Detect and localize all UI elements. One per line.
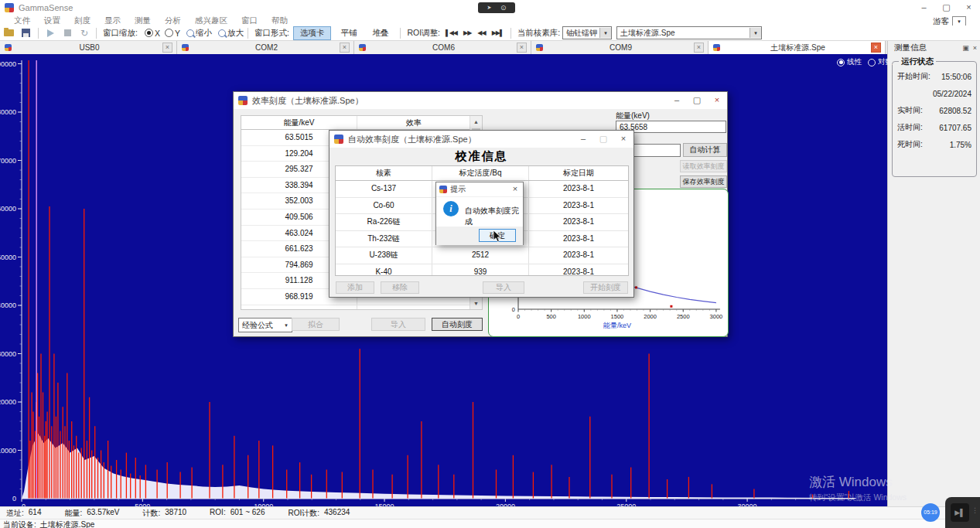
- info-value: 15:50:06: [941, 73, 971, 81]
- tab-close-icon[interactable]: ×: [694, 43, 704, 53]
- import-button[interactable]: 导入: [371, 318, 425, 331]
- y-axis-label: 90000: [0, 60, 16, 68]
- pin-icon[interactable]: ▣: [962, 44, 969, 52]
- tab-close-icon[interactable]: ×: [871, 43, 881, 53]
- efficiency-data-point: [635, 286, 637, 288]
- tab-close-icon[interactable]: ×: [517, 43, 527, 53]
- close-button[interactable]: ×: [958, 0, 980, 15]
- menu-item-刻度[interactable]: 刻度: [74, 15, 90, 26]
- chart-x-tick-label: 0: [517, 313, 520, 320]
- table-row[interactable]: U-238链25122023-8-1: [336, 247, 628, 264]
- close-icon[interactable]: ×: [973, 44, 977, 52]
- tab-USB0[interactable]: USB0×: [0, 41, 177, 54]
- message-box: 提示 × i 自动效率刻度完成 确定: [435, 182, 524, 245]
- chevron-down-icon[interactable]: ▾: [750, 28, 761, 38]
- start-calibration-button[interactable]: 开始刻度: [583, 281, 628, 294]
- tab-close-icon[interactable]: ×: [340, 43, 350, 53]
- table-row[interactable]: K-409392023-8-1: [336, 264, 628, 276]
- close-button[interactable]: ×: [613, 131, 633, 148]
- stop-acquisition-icon[interactable]: [64, 29, 71, 36]
- dialog-title-bar[interactable]: 自动效率刻度（土壤标准源.Spe） – ▢ ×: [330, 131, 633, 148]
- info-row: 活时间:61707.65: [893, 119, 976, 136]
- start-acquisition-icon[interactable]: [47, 29, 54, 37]
- tab-COM9[interactable]: COM9×: [531, 41, 709, 54]
- zoom-in-icon[interactable]: [218, 29, 226, 37]
- dialog-title-bar[interactable]: 提示 ×: [436, 182, 523, 197]
- y-axis-label: 80000: [0, 108, 16, 116]
- menu-item-帮助[interactable]: 帮助: [271, 15, 288, 26]
- maximize-button[interactable]: ▢: [687, 92, 707, 109]
- minimize-button[interactable]: –: [667, 92, 687, 109]
- zoom-y-radio[interactable]: [165, 29, 173, 37]
- menu-item-显示[interactable]: 显示: [104, 15, 121, 26]
- skip-icon[interactable]: ▶▌: [951, 503, 969, 522]
- minimize-button[interactable]: –: [913, 0, 935, 15]
- more-icon[interactable]: ⋮: [971, 506, 978, 514]
- recorder-cursor-icon: ➤: [487, 2, 492, 13]
- zoom-x-radio[interactable]: [145, 29, 153, 37]
- maximize-button[interactable]: ▢: [935, 0, 958, 15]
- formula-select[interactable]: 经验公式 ▾: [238, 318, 292, 332]
- tab-COM6[interactable]: COM6×: [354, 41, 531, 54]
- remove-button[interactable]: 移除: [381, 281, 419, 294]
- refresh-icon[interactable]: ↻: [80, 28, 88, 39]
- menu-item-分析[interactable]: 分析: [165, 15, 181, 26]
- cell-efficiency: 0.0153726: [357, 305, 470, 310]
- tab-COM2[interactable]: COM2×: [177, 41, 354, 54]
- add-button[interactable]: 添加: [336, 281, 374, 294]
- chevron-down-icon[interactable]: ▾: [599, 28, 611, 38]
- tab-bar: USB0×COM2×COM6×COM9×土壤标准源.Spe×: [0, 41, 887, 54]
- menu-item-设置[interactable]: 设置: [44, 15, 60, 26]
- open-file-icon[interactable]: [4, 29, 14, 36]
- import-button[interactable]: 导入: [483, 281, 524, 294]
- status-bar: 道址:614能量:63.57keV计数:38710ROI:601 ~ 626RO…: [0, 506, 980, 519]
- close-button[interactable]: ×: [507, 182, 523, 196]
- measurement-info-panel: 测量信息 ▣ × 运行状态 开始时间:15:50:0605/22/2024实时间…: [887, 41, 980, 506]
- menu-item-文件[interactable]: 文件: [14, 15, 30, 26]
- roi-back-icon[interactable]: ◀◀: [477, 29, 485, 36]
- save-efficiency-button[interactable]: 保存效率刻度: [680, 175, 727, 188]
- device-label: 当前设备:: [3, 519, 36, 528]
- log-radio[interactable]: [868, 59, 876, 66]
- tab-土壤标准源.Spe[interactable]: 土壤标准源.Spe×: [709, 41, 886, 54]
- title-bar: GammaSense ➤ ⊙ – ▢ ×: [0, 0, 980, 15]
- auto-calc-button[interactable]: 自动计算: [683, 143, 727, 157]
- menu-item-窗口[interactable]: 窗口: [241, 15, 258, 26]
- save-icon[interactable]: [22, 29, 30, 37]
- mode-tab-button[interactable]: 选项卡: [293, 26, 332, 40]
- fit-button[interactable]: 拟合: [292, 318, 340, 331]
- status-item: 能量:63.57keV: [64, 508, 119, 519]
- close-button[interactable]: ×: [707, 92, 727, 109]
- zoom-out-icon[interactable]: [186, 29, 194, 37]
- scroll-down-icon[interactable]: ▼: [470, 298, 482, 309]
- chevron-down-icon[interactable]: ▾: [281, 320, 292, 330]
- chart-x-tick-label: 500: [546, 313, 556, 320]
- table-row[interactable]: 1000.970.0153726: [241, 305, 482, 310]
- zoom-in-label[interactable]: 放大: [227, 28, 244, 39]
- cell: Th-232链: [336, 231, 432, 247]
- menu-item-感兴趣区[interactable]: 感兴趣区: [195, 15, 227, 26]
- status-label: ROI:: [210, 508, 226, 519]
- scroll-up-icon[interactable]: ▲: [470, 116, 482, 128]
- auto-calibrate-button[interactable]: 自动刻度: [432, 318, 483, 331]
- mode-tile-button[interactable]: 平铺: [334, 27, 363, 39]
- minimize-button[interactable]: –: [573, 131, 593, 148]
- nuclide-lib-select[interactable]: 铀钍镭钾 ▾: [562, 26, 612, 39]
- mode-cascade-button[interactable]: 堆叠: [366, 27, 394, 39]
- video-overlay[interactable]: ▶▌ ⋮: [945, 497, 980, 528]
- linear-radio[interactable]: [837, 59, 845, 66]
- roi-forward-icon[interactable]: ▶▶: [463, 29, 471, 36]
- screen-recorder-pill[interactable]: ➤ ⊙: [478, 2, 515, 13]
- menu-items: 文件设置刻度显示测量分析感兴趣区窗口帮助: [0, 15, 288, 26]
- roi-first-icon[interactable]: ▌◀◀: [446, 29, 457, 36]
- app-window: GammaSense ➤ ⊙ – ▢ × 文件设置刻度显示测量分析感兴趣区窗口帮…: [0, 0, 980, 528]
- dialog-title-bar[interactable]: 效率刻度（土壤标准源.Spe） – ▢ ×: [234, 92, 727, 109]
- read-efficiency-button[interactable]: 读取效率刻度: [680, 160, 727, 172]
- roi-last-icon[interactable]: ▶▶▌: [492, 29, 504, 36]
- spe-file-select[interactable]: 土壤标准源.Spe ▾: [616, 26, 762, 39]
- zoom-out-label[interactable]: 缩小: [196, 28, 212, 39]
- menu-item-测量[interactable]: 测量: [135, 15, 151, 26]
- tab-close-icon[interactable]: ×: [162, 43, 172, 53]
- cell-energy: 1000.97: [241, 305, 357, 310]
- chart-x-tick-label: 2500: [677, 313, 690, 320]
